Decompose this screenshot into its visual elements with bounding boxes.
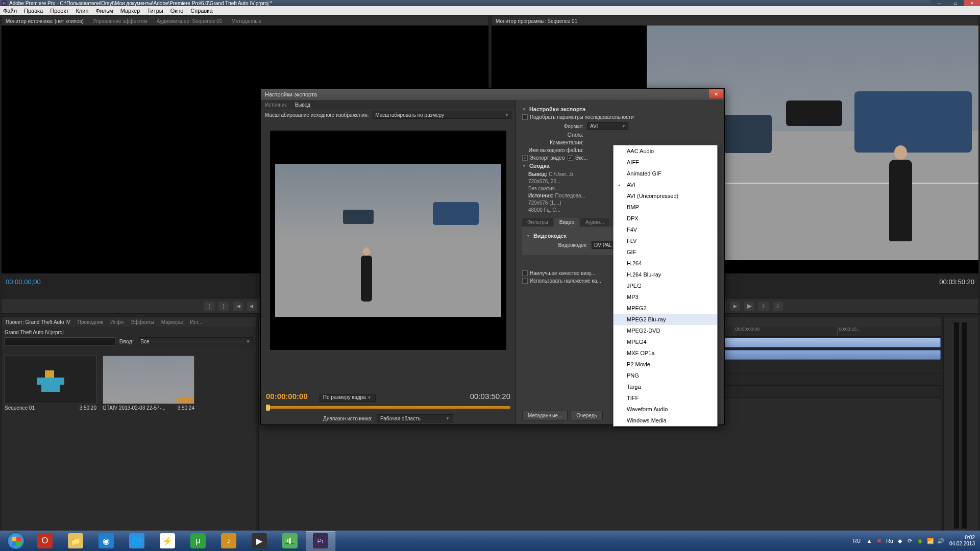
tab-video[interactable]: Видео <box>554 218 579 227</box>
tab-metadata[interactable]: Метаданные <box>231 18 261 24</box>
format-option[interactable]: AIFF <box>614 157 717 168</box>
taskbar-browser[interactable]: 🌐 <box>122 531 152 550</box>
match-sequence-checkbox[interactable] <box>522 114 528 120</box>
taskbar-mpc[interactable]: ▶ <box>244 531 274 550</box>
format-option[interactable]: GIF <box>614 246 717 258</box>
menu-help[interactable]: Справка <box>190 8 212 14</box>
taskbar-opera[interactable]: O <box>30 531 60 550</box>
tray-update-icon[interactable]: ⟳ <box>906 537 914 544</box>
format-option[interactable]: FLV <box>614 235 717 246</box>
prog-play-button[interactable]: ▶ <box>730 302 740 311</box>
language-indicator[interactable]: RU <box>853 538 860 544</box>
tab-markers[interactable]: Маркеры <box>161 319 183 325</box>
filter-dropdown[interactable]: Все▼ <box>138 337 253 345</box>
taskbar-app1[interactable]: ◉ <box>91 531 121 550</box>
prog-extract-button[interactable]: ⇩ <box>773 302 783 311</box>
export-audio-checkbox[interactable]: ✓ <box>568 155 573 161</box>
taskbar-explorer[interactable]: 📁 <box>61 531 90 550</box>
export-timecode-left[interactable]: 00:00:00:00 <box>266 392 308 400</box>
start-button[interactable] <box>2 531 30 550</box>
range-dropdown[interactable]: Рабочая область▼ <box>377 414 453 422</box>
tab-history[interactable]: Ист... <box>190 319 202 325</box>
format-option[interactable]: AVI <box>614 179 717 190</box>
format-option[interactable]: Targa <box>614 381 717 392</box>
dialog-titlebar[interactable]: Настройки экспорта ✕ <box>261 89 724 100</box>
export-timeline-slider[interactable] <box>266 406 510 409</box>
export-video-checkbox[interactable]: ✓ <box>522 155 528 161</box>
best-quality-checkbox[interactable] <box>522 270 528 276</box>
scale-dropdown[interactable]: Масштабировать по размеру▼ <box>373 111 511 119</box>
tab-effect-controls[interactable]: Управление эффектом <box>93 18 148 24</box>
tab-browser[interactable]: Проводник <box>78 319 103 325</box>
format-option[interactable]: Animated GIF <box>614 168 717 179</box>
format-option[interactable]: H.264 Blu-ray <box>614 269 717 280</box>
window-maximize-button[interactable]: ▭ <box>947 0 964 6</box>
format-option[interactable]: AAC Audio <box>614 145 717 157</box>
export-settings-header[interactable]: Настройки экспорта <box>522 106 718 112</box>
tab-program-monitor[interactable]: Монитор программы: Sequence 01 <box>496 18 577 24</box>
menu-edit[interactable]: Правка <box>24 8 43 14</box>
taskbar-utorrent[interactable]: μ <box>183 531 213 550</box>
tab-project[interactable]: Проект: Grand Theft Auto IV <box>6 319 70 325</box>
metadata-button[interactable]: Метаданные... <box>522 411 568 420</box>
format-option[interactable]: BMP <box>614 202 717 213</box>
menu-project[interactable]: Проект <box>50 8 68 14</box>
window-minimize-button[interactable]: — <box>931 0 947 6</box>
format-option[interactable]: MPEG4 <box>614 336 717 347</box>
format-option[interactable]: AVI (Uncompressed) <box>614 190 717 202</box>
menu-clip[interactable]: Клип <box>76 8 88 14</box>
format-option[interactable]: MPEG2 Blu-ray <box>614 314 717 325</box>
format-option[interactable]: DPX <box>614 213 717 224</box>
taskbar-app2[interactable]: 💵 <box>275 531 305 550</box>
taskbar-aimp[interactable]: ♪ <box>214 531 243 550</box>
search-input[interactable] <box>5 337 115 345</box>
project-item-sequence[interactable]: Sequence 013:50:20 <box>5 356 96 411</box>
taskbar-daemon[interactable]: ⚡ <box>153 531 182 550</box>
fit-dropdown[interactable]: По размеру кадра ▼ <box>320 394 376 402</box>
menu-window[interactable]: Окно <box>170 8 184 14</box>
format-option[interactable]: MXF OP1a <box>614 347 717 359</box>
tab-info[interactable]: Инфо <box>110 319 124 325</box>
tab-effects[interactable]: Эффекты <box>131 319 154 325</box>
format-option[interactable]: TIFF <box>614 392 717 404</box>
queue-button[interactable]: Очередь <box>571 411 603 420</box>
format-option[interactable]: MPEG2 <box>614 303 717 314</box>
format-option[interactable]: Waveform Audio <box>614 404 717 415</box>
format-option[interactable]: PNG <box>614 370 717 381</box>
format-option[interactable]: P2 Movie <box>614 359 717 370</box>
mark-in-button[interactable]: { <box>204 302 214 311</box>
format-option[interactable]: JPEG <box>614 280 717 291</box>
tray-network-icon[interactable]: 📶 <box>927 537 934 544</box>
mark-out-button[interactable]: } <box>218 302 229 311</box>
tray-nvidia-icon[interactable]: ◉ <box>917 537 924 544</box>
menu-marker[interactable]: Маркер <box>120 8 140 14</box>
go-in-button[interactable]: |◀ <box>233 302 243 311</box>
system-clock[interactable]: 0:02 04.02.2013 <box>949 535 975 547</box>
menu-sequence[interactable]: Фильм <box>95 8 113 14</box>
use-overlay-checkbox[interactable] <box>522 278 528 284</box>
source-timecode-left[interactable]: 00;00;00;00 <box>6 278 41 286</box>
prog-lift-button[interactable]: ⇧ <box>758 302 769 311</box>
tab-audio-mixer[interactable]: Аудиомикшер: Sequence 01 <box>157 18 223 24</box>
tray-lang-icon[interactable]: Ru <box>886 537 893 544</box>
format-option[interactable]: Windows Media <box>614 415 717 426</box>
step-back-button[interactable]: ◀| <box>247 302 257 311</box>
tab-source-monitor[interactable]: Монитор источника: (нет клипов) <box>6 18 84 24</box>
tab-source[interactable]: Источник <box>265 102 287 108</box>
taskbar-premiere[interactable]: Pr <box>306 531 335 550</box>
tab-output[interactable]: Вывод <box>295 102 310 108</box>
format-dropdown[interactable]: AVI▼ <box>587 122 628 130</box>
tab-filters[interactable]: Фильтры <box>522 218 553 227</box>
format-option[interactable]: MPEG2-DVD <box>614 325 717 336</box>
format-option[interactable]: H.264 <box>614 258 717 269</box>
tray-app-icon[interactable]: ◆ <box>896 537 903 544</box>
tab-audio[interactable]: Аудио... <box>580 218 609 227</box>
tray-chevron-icon[interactable]: ▲ <box>866 537 873 544</box>
dialog-close-button[interactable]: ✕ <box>709 89 723 98</box>
tray-volume-icon[interactable]: 🔊 <box>937 537 944 544</box>
format-option[interactable]: MP3 <box>614 291 717 303</box>
menu-file[interactable]: Файл <box>3 8 17 14</box>
tray-shield-icon[interactable]: ✖ <box>876 537 883 544</box>
prog-step-fwd-button[interactable]: |▶ <box>744 302 754 311</box>
project-item-video[interactable]: GTAIV 2013-02-03 22-57-...3:50:24 <box>103 356 194 411</box>
